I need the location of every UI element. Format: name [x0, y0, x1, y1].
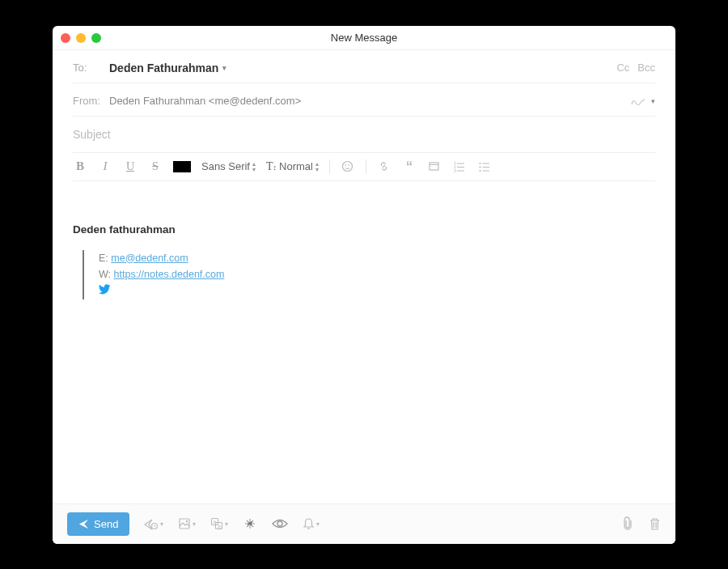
close-button[interactable] [61, 33, 70, 43]
svg-rect-3 [430, 163, 438, 170]
signature-web-link[interactable]: https://notes.dedenf.com [114, 269, 225, 280]
italic-button[interactable]: I [98, 159, 112, 174]
titlebar: New Message [53, 26, 675, 50]
send-icon [78, 519, 89, 529]
svg-point-15 [480, 170, 481, 172]
reminder-button[interactable]: ▾ [303, 517, 320, 530]
trash-button[interactable] [649, 516, 661, 531]
cc-button[interactable]: Cc [616, 62, 629, 74]
svg-point-1 [345, 164, 347, 166]
svg-text:あ: あ [218, 524, 222, 529]
emoji-button[interactable] [341, 159, 355, 174]
window-title: New Message [331, 32, 397, 44]
svg-point-21 [186, 520, 188, 522]
updown-icon: ▴▾ [252, 161, 256, 172]
subject-row[interactable]: Subject [73, 117, 655, 153]
svg-point-11 [480, 163, 481, 164]
signature-icon [630, 95, 648, 108]
svg-point-2 [349, 164, 350, 166]
bold-button[interactable]: B [73, 159, 87, 174]
format-toolbar: B I U S Sans Serif ▴▾ T↕ Normal ▴▾ “ [73, 153, 655, 181]
signature-picker[interactable]: ▾ [630, 95, 655, 108]
divider [329, 159, 330, 174]
translate-button[interactable]: Aあ ▾ [210, 517, 228, 530]
bullet-list-button[interactable] [477, 159, 492, 174]
template-button[interactable]: ▾ [178, 517, 196, 530]
signature-email-line: E: me@dedenf.com [99, 250, 655, 266]
svg-text:3: 3 [454, 168, 456, 173]
updown-icon: ▴▾ [315, 161, 319, 172]
compose-area: To: Deden Fathurahman ▾ Cc Bcc From: Ded… [53, 50, 675, 503]
signature-email-link[interactable]: me@dedenf.com [111, 253, 188, 264]
bottom-toolbar: Send ▾ ▾ Aあ ▾ ▾ [53, 503, 675, 544]
recipient-name: Deden Fathurahman [109, 62, 218, 74]
send-button[interactable]: Send [67, 512, 129, 536]
message-body[interactable]: Deden fathurahman E: me@dedenf.com W: ht… [73, 181, 655, 503]
divider [366, 159, 366, 174]
svg-point-26 [277, 521, 282, 526]
to-row: To: Deden Fathurahman ▾ Cc Bcc [73, 50, 655, 83]
to-label: To: [73, 62, 109, 74]
compose-window: New Message To: Deden Fathurahman ▾ Cc B… [53, 26, 675, 544]
signature-name: Deden fathurahman [73, 223, 655, 236]
from-value: Deden Fathurahman <me@dedenf.com> [109, 95, 301, 107]
bcc-button[interactable]: Bcc [637, 62, 655, 74]
link-button[interactable] [377, 159, 392, 174]
chevron-down-icon: ▾ [651, 97, 655, 105]
sparkle-button[interactable] [243, 516, 257, 531]
strikethrough-button[interactable]: S [148, 159, 163, 174]
subject-input[interactable]: Subject [73, 128, 111, 141]
svg-point-13 [480, 166, 481, 168]
text-size-icon: T↕ [266, 160, 277, 173]
code-block-button[interactable] [427, 159, 442, 174]
minimize-button[interactable] [76, 33, 86, 43]
svg-rect-20 [180, 519, 189, 529]
window-controls [61, 33, 101, 43]
send-later-button[interactable]: ▾ [144, 518, 163, 530]
quote-button[interactable]: “ [402, 159, 417, 174]
font-family-select[interactable]: Sans Serif ▴▾ [201, 160, 256, 172]
signature-web-line: W: https://notes.dedenf.com [99, 266, 655, 282]
read-receipt-button[interactable] [272, 518, 288, 529]
signature-block: E: me@dedenf.com W: https://notes.dedenf… [83, 250, 655, 299]
attachment-button[interactable] [621, 516, 634, 531]
from-row: From: Deden Fathurahman <me@dedenf.com> … [73, 83, 655, 117]
underline-button[interactable]: U [123, 159, 138, 174]
svg-line-19 [154, 526, 155, 527]
zoom-button[interactable] [91, 33, 101, 43]
numbered-list-button[interactable]: 123 [452, 159, 467, 174]
recipient-chip[interactable]: Deden Fathurahman ▾ [109, 62, 226, 74]
font-size-select[interactable]: T↕ Normal ▴▾ [266, 160, 319, 173]
svg-point-0 [343, 162, 353, 172]
chevron-down-icon: ▾ [222, 64, 226, 72]
from-label: From: [73, 95, 109, 107]
text-color-button[interactable] [173, 161, 191, 172]
twitter-icon[interactable] [99, 284, 111, 295]
